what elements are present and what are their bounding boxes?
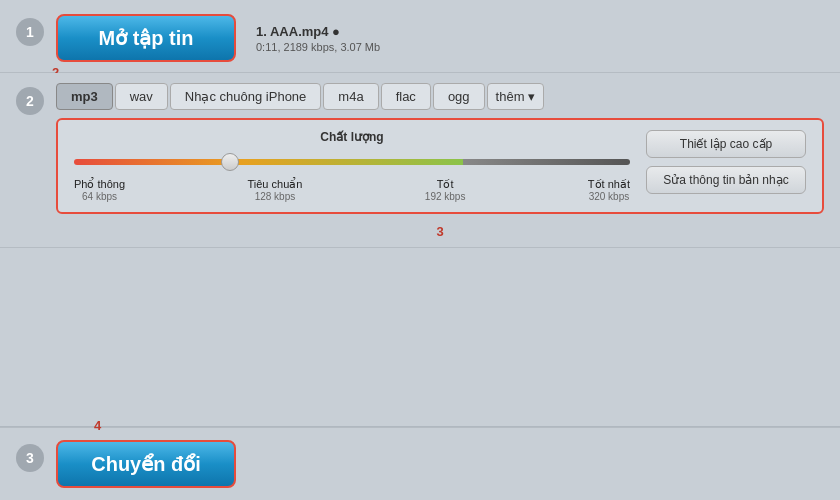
convert-button[interactable]: Chuyển đổi xyxy=(56,440,236,488)
file-meta: 0:11, 2189 kbps, 3.07 Mb xyxy=(256,41,380,53)
label-totnhat: Tốt nhất xyxy=(588,178,630,191)
step3-row: 3 4 Chuyển đổi xyxy=(0,427,840,500)
format-tabs: mp3 wav Nhạc chuông iPhone m4a flac ogg … xyxy=(56,83,824,110)
label-phothong: Phổ thông xyxy=(74,178,125,191)
step2-header: 2 mp3 wav Nhạc chuông iPhone m4a flac og… xyxy=(16,83,824,239)
tab-wav[interactable]: wav xyxy=(115,83,168,110)
file-info: 1. AAA.mp4 ● 0:11, 2189 kbps, 3.07 Mb xyxy=(256,24,380,53)
label-128kbps: 128 kbps xyxy=(247,191,302,202)
advanced-settings-button[interactable]: Thiết lập cao cấp xyxy=(646,130,806,158)
slider-thumb[interactable] xyxy=(221,153,239,171)
slider-label-3: Tốt 192 kbps xyxy=(425,178,466,202)
open-file-button[interactable]: Mở tập tin xyxy=(56,14,236,62)
slider-container xyxy=(74,152,630,172)
step2-content: mp3 wav Nhạc chuông iPhone m4a flac ogg … xyxy=(56,83,824,239)
slider-track xyxy=(74,159,630,165)
step-label-4: 4 xyxy=(94,418,101,433)
label-320kbps: 320 kbps xyxy=(588,191,630,202)
edit-tag-button[interactable]: Sửa thông tin bản nhạc xyxy=(646,166,806,194)
label-192kbps: 192 kbps xyxy=(425,191,466,202)
tab-flac[interactable]: flac xyxy=(381,83,431,110)
step1-number: 1 xyxy=(16,18,44,46)
quality-box: Chất lượng Phổ thông 64 kbps Tiêu chuẩ xyxy=(56,118,824,214)
quality-title: Chất lượng xyxy=(74,130,630,144)
tab-more[interactable]: thêm ▾ xyxy=(487,83,545,110)
tab-ogg[interactable]: ogg xyxy=(433,83,485,110)
label-tot: Tốt xyxy=(425,178,466,191)
convert-wrapper: 4 Chuyển đổi xyxy=(56,440,236,488)
step-label-3: 3 xyxy=(56,224,824,239)
slider-label-2: Tiêu chuẩn 128 kbps xyxy=(247,178,302,202)
step2-row: 2 mp3 wav Nhạc chuông iPhone m4a flac og… xyxy=(0,73,840,248)
file-icon: ● xyxy=(332,24,340,39)
label-tieuchuan: Tiêu chuẩn xyxy=(247,178,302,191)
tab-nhac-chuong[interactable]: Nhạc chuông iPhone xyxy=(170,83,321,110)
step3-number: 3 xyxy=(16,444,44,472)
spacer xyxy=(0,248,840,426)
step1-content: Mở tập tin 1. AAA.mp4 ● 0:11, 2189 kbps,… xyxy=(56,14,824,62)
tab-mp3[interactable]: mp3 xyxy=(56,83,113,110)
tab-m4a[interactable]: m4a xyxy=(323,83,378,110)
step1-row: 1 Mở tập tin 1. AAA.mp4 ● 0:11, 2189 kbp… xyxy=(0,0,840,73)
tab-more-label: thêm xyxy=(496,89,525,104)
file-name: 1. AAA.mp4 ● xyxy=(256,24,380,39)
step2-number: 2 xyxy=(16,87,44,115)
main-container: 1 Mở tập tin 1. AAA.mp4 ● 0:11, 2189 kbp… xyxy=(0,0,840,500)
slider-labels: Phổ thông 64 kbps Tiêu chuẩn 128 kbps Tố… xyxy=(74,178,630,202)
label-64kbps: 64 kbps xyxy=(74,191,125,202)
slider-label-4: Tốt nhất 320 kbps xyxy=(588,178,630,202)
quality-right: Thiết lập cao cấp Sửa thông tin bản nhạc xyxy=(646,130,806,194)
slider-label-1: Phổ thông 64 kbps xyxy=(74,178,125,202)
chevron-down-icon: ▾ xyxy=(528,89,535,104)
quality-left: Chất lượng Phổ thông 64 kbps Tiêu chuẩ xyxy=(74,130,630,202)
